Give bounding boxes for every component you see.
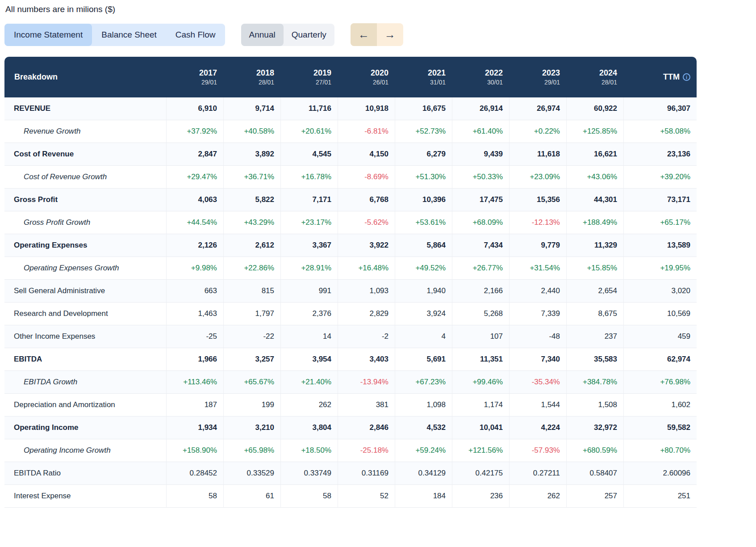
cell: -57.93% <box>509 439 566 462</box>
table-header-row: Breakdown 201729/01201828/01201927/01202… <box>4 57 697 97</box>
next-arrow-button[interactable]: → <box>377 23 403 46</box>
column-header-2018: 201828/01 <box>223 57 280 97</box>
cell: 9,439 <box>452 143 509 166</box>
cell: +40.58% <box>223 120 280 143</box>
cell: 107 <box>452 325 509 348</box>
cell: 0.28452 <box>166 462 223 485</box>
column-year-label: 2024 <box>572 68 617 78</box>
cell: 4,063 <box>166 189 223 211</box>
row-label: EBITDA Growth <box>4 371 166 394</box>
cell: 61 <box>223 485 280 508</box>
cell: +65.67% <box>223 371 280 394</box>
cell: +15.85% <box>566 257 623 280</box>
cell: 59,582 <box>623 417 697 439</box>
prev-arrow-button[interactable]: ← <box>351 23 377 46</box>
cell: 73,171 <box>623 189 697 211</box>
column-date-label: 31/01 <box>401 78 446 86</box>
cell: 1,508 <box>566 394 623 417</box>
cell: 2,847 <box>166 143 223 166</box>
cell: +65.17% <box>623 211 697 234</box>
cell: 3,892 <box>223 143 280 166</box>
cell: +59.24% <box>395 439 452 462</box>
cell: +16.78% <box>280 166 338 189</box>
table-row: Cost of Revenue Growth+29.47%+36.71%+16.… <box>4 166 697 189</box>
cell: +0.22% <box>509 120 566 143</box>
column-year-label: 2021 <box>401 68 446 78</box>
row-label: Gross Profit <box>4 189 166 211</box>
cell: 3,954 <box>280 348 338 371</box>
info-icon[interactable]: i <box>683 73 690 81</box>
table-row: Gross Profit4,0635,8227,1716,76810,39617… <box>4 189 697 211</box>
cell: +52.73% <box>395 120 452 143</box>
table-row: Cost of Revenue2,8473,8924,5454,1506,279… <box>4 143 697 166</box>
column-date-label: 30/01 <box>458 78 503 86</box>
row-label: Revenue Growth <box>4 120 166 143</box>
cell: 6,768 <box>338 189 395 211</box>
cell: 3,367 <box>280 234 338 257</box>
cell: +43.29% <box>223 211 280 234</box>
cell: -13.94% <box>338 371 395 394</box>
financials-table: Breakdown 201729/01201828/01201927/01202… <box>4 57 697 508</box>
cell: 96,307 <box>623 97 697 120</box>
cell: 2,846 <box>338 417 395 439</box>
cell: 199 <box>223 394 280 417</box>
cell: 4,224 <box>509 417 566 439</box>
cell: -8.69% <box>338 166 395 189</box>
cell: +20.61% <box>280 120 338 143</box>
page: All numbers are in milions ($) Income St… <box>0 0 756 508</box>
cell: +49.52% <box>395 257 452 280</box>
cell: 10,396 <box>395 189 452 211</box>
cell: -25 <box>166 325 223 348</box>
cell: 0.33749 <box>280 462 338 485</box>
cell: 7,434 <box>452 234 509 257</box>
cell: -22 <box>223 325 280 348</box>
cell: 11,329 <box>566 234 623 257</box>
tab-income-statement[interactable]: Income Statement <box>4 24 92 46</box>
cell: 236 <box>452 485 509 508</box>
cell: 251 <box>623 485 697 508</box>
tab-annual[interactable]: Annual <box>241 24 284 46</box>
cell: +31.54% <box>509 257 566 280</box>
table-row: EBITDA1,9663,2573,9543,4035,69111,3517,3… <box>4 348 697 371</box>
cell: 44,301 <box>566 189 623 211</box>
cell: 0.31169 <box>338 462 395 485</box>
cell: +19.95% <box>623 257 697 280</box>
cell: +22.86% <box>223 257 280 280</box>
table-row: Other Income Expenses-25-2214-24107-4823… <box>4 325 697 348</box>
cell: +36.71% <box>223 166 280 189</box>
cell: +39.20% <box>623 166 697 189</box>
cell: 1,174 <box>452 394 509 417</box>
cell: 26,974 <box>509 97 566 120</box>
cell: 35,583 <box>566 348 623 371</box>
cell: 52 <box>338 485 395 508</box>
cell: 3,210 <box>223 417 280 439</box>
cell: 1,797 <box>223 303 280 325</box>
column-header-2021: 202131/01 <box>395 57 452 97</box>
row-label: EBITDA <box>4 348 166 371</box>
row-label: Interest Expense <box>4 485 166 508</box>
cell: 2.60096 <box>623 462 697 485</box>
cell: 459 <box>623 325 697 348</box>
cell: +61.40% <box>452 120 509 143</box>
tab-quarterly[interactable]: Quarterly <box>284 24 334 46</box>
column-header-2020: 202026/01 <box>338 57 395 97</box>
cell: 60,922 <box>566 97 623 120</box>
cell: +58.08% <box>623 120 697 143</box>
column-header-2019: 201927/01 <box>280 57 338 97</box>
cell: +37.92% <box>166 120 223 143</box>
column-date-label: 29/01 <box>515 78 560 86</box>
cell: 5,268 <box>452 303 509 325</box>
cell: -2 <box>338 325 395 348</box>
cell: 32,972 <box>566 417 623 439</box>
cell: -6.81% <box>338 120 395 143</box>
row-label: Research and Development <box>4 303 166 325</box>
tab-balance-sheet[interactable]: Balance Sheet <box>92 24 166 46</box>
tab-cash-flow[interactable]: Cash Flow <box>166 24 225 46</box>
row-label: Depreciation and Amortization <box>4 394 166 417</box>
cell: +68.09% <box>452 211 509 234</box>
cell: 4,150 <box>338 143 395 166</box>
cell: 262 <box>509 485 566 508</box>
cell: 10,918 <box>338 97 395 120</box>
cell: 1,098 <box>395 394 452 417</box>
cell: 2,440 <box>509 280 566 303</box>
